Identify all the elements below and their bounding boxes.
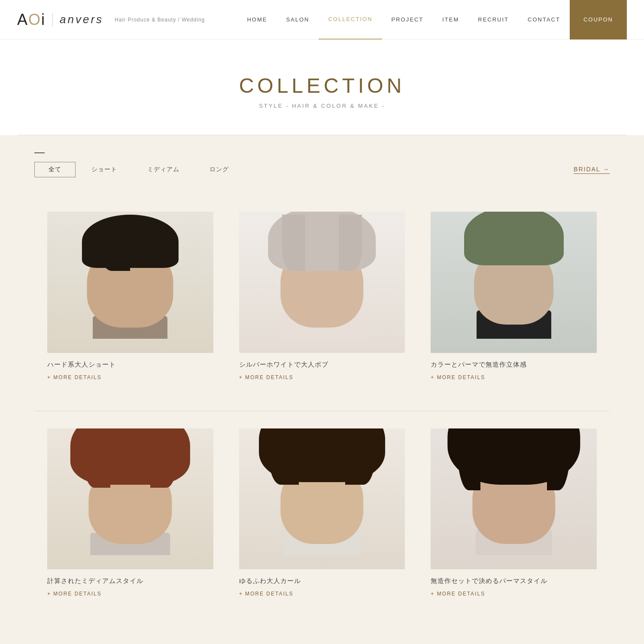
page-subtitle: STYLE - HAIR & COLOR & MAKE -	[17, 103, 627, 109]
photo-5	[239, 428, 405, 570]
more-details-4[interactable]: + MORE DETAILS	[47, 591, 102, 597]
more-details-6[interactable]: + MORE DETAILS	[431, 591, 485, 597]
nav-project[interactable]: PROJECT	[382, 0, 433, 39]
filter-medium[interactable]: ミディアム	[133, 162, 194, 177]
logo-subtitle: Hair Produce & Beauty / Wedding	[115, 17, 205, 23]
nav-salon[interactable]: SALON	[276, 0, 319, 39]
filter-section: 全て ショート ミディアム ロング BRIDAL →	[0, 135, 644, 190]
filter-all[interactable]: 全て	[34, 162, 76, 177]
item-title-2: シルバーホワイトで大人ボブ	[239, 361, 405, 369]
more-details-1[interactable]: + MORE DETAILS	[47, 374, 102, 380]
collection-row-2: 計算されたミディアムスタイル + MORE DETAILS ゆるふわ大人カール …	[34, 420, 610, 611]
collection-item-3: カラーとパーマで無造作立体感 + MORE DETAILS	[418, 203, 610, 394]
nav-item[interactable]: ITEM	[433, 0, 468, 39]
main-nav: HOME SALON COLLECTION PROJECT ITEM RECRU…	[237, 0, 627, 39]
bridal-link[interactable]: BRIDAL →	[574, 166, 610, 174]
photo-6	[431, 428, 597, 570]
collection-item-6: 無造作セットで決めるパーマスタイル + MORE DETAILS	[418, 420, 610, 611]
logo-area: AOi anvers Hair Produce & Beauty / Weddi…	[17, 11, 205, 29]
page-title: COLLECTION	[17, 74, 627, 97]
coupon-button[interactable]: COUPON	[570, 0, 627, 39]
collection-item-5: ゆるふわ大人カール + MORE DETAILS	[226, 420, 418, 611]
site-header: AOi anvers Hair Produce & Beauty / Weddi…	[0, 0, 644, 39]
item-title-5: ゆるふわ大人カール	[239, 577, 405, 585]
more-details-5[interactable]: + MORE DETAILS	[239, 591, 294, 597]
item-title-4: 計算されたミディアムスタイル	[47, 577, 213, 585]
photo-3	[431, 212, 597, 353]
logo-aoi[interactable]: AOi	[17, 11, 46, 29]
logo-anvers: anvers	[52, 13, 103, 26]
more-details-2[interactable]: + MORE DETAILS	[239, 374, 294, 380]
nav-collection[interactable]: COLLECTION	[319, 0, 382, 39]
filter-short[interactable]: ショート	[77, 162, 131, 177]
filter-bar: 全て ショート ミディアム ロング BRIDAL →	[34, 162, 610, 177]
more-details-3[interactable]: + MORE DETAILS	[431, 374, 485, 380]
row-separator-1	[34, 411, 610, 411]
collection-item-2: シルバーホワイトで大人ボブ + MORE DETAILS	[226, 203, 418, 394]
nav-home[interactable]: HOME	[237, 0, 276, 39]
collection-item-1: ハード系大人ショート + MORE DETAILS	[34, 203, 226, 394]
collection-item-4: 計算されたミディアムスタイル + MORE DETAILS	[34, 420, 226, 611]
nav-contact[interactable]: CONTACT	[518, 0, 570, 39]
photo-4	[47, 428, 213, 570]
photo-1	[47, 212, 213, 353]
item-title-1: ハード系大人ショート	[47, 361, 213, 369]
photo-2	[239, 212, 405, 353]
collection-row-1: ハード系大人ショート + MORE DETAILS シルバーホワイトで大人ボブ …	[34, 203, 610, 394]
page-hero: COLLECTION STYLE - HAIR & COLOR & MAKE -	[0, 39, 644, 135]
nav-recruit[interactable]: RECRUIT	[468, 0, 518, 39]
collection-section: ハード系大人ショート + MORE DETAILS シルバーホワイトで大人ボブ …	[0, 190, 644, 644]
filter-accent	[34, 152, 45, 153]
item-title-6: 無造作セットで決めるパーマスタイル	[431, 577, 597, 585]
filter-long[interactable]: ロング	[195, 162, 243, 177]
item-title-3: カラーとパーマで無造作立体感	[431, 361, 597, 369]
